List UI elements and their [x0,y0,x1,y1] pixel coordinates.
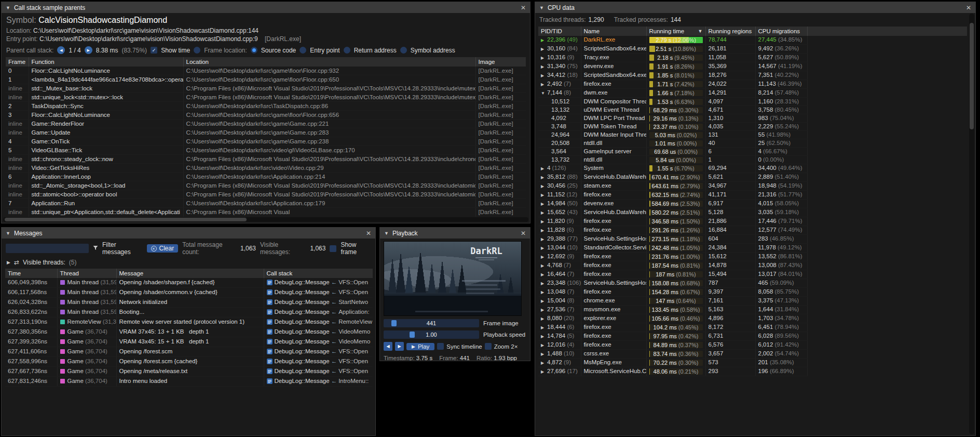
prev-frame-button[interactable]: ◀ [384,342,392,351]
scrollbar-thumb[interactable] [970,23,974,129]
cpu-row[interactable]: ▶12,692 (9) firefox.exe 231.76 ms(1.00%)… [538,253,967,261]
cpu-row[interactable]: ▶13,048 (7) firefox.exe 154.28 ms(0.67%)… [538,288,967,297]
collapse-icon[interactable]: ▼ [6,5,10,10]
expand-icon[interactable]: ▶ [541,209,547,217]
message-row[interactable]: 627,667,736ns Game (36,704) Opening /met… [5,367,373,377]
expand-icon[interactable]: ▶ [541,244,547,252]
radio-entry-point[interactable] [300,47,306,54]
collapse-icon[interactable]: ▼ [384,231,389,236]
expand-icon[interactable]: ▶ [541,191,547,199]
callstack-row[interactable]: inline std::_Mutex_base::lock C:\Program… [6,84,526,93]
prev-stack-button[interactable]: ◀ [57,46,65,54]
expand-icon[interactable]: ▶ [541,235,547,243]
cpu-row[interactable]: ▼7,144 (8) dwm.exe 1.66 s(7.18%) 14,291 … [538,89,967,98]
callstack-cell[interactable]: DebugLog::Message←Application: [264,308,373,317]
expand-icon[interactable]: ▶ [541,280,547,287]
expand-icon[interactable]: ▶ [541,182,547,190]
callstack-cell[interactable]: DebugLog::Message←StartNetwo [264,298,373,308]
show-frame-checkbox[interactable] [330,245,336,252]
expand-icon[interactable]: ▶ [541,54,547,62]
cpu-row[interactable]: 20,508 ntdll.dll 1.01 ms(0.00%) 40 25 (6… [538,139,967,148]
cpu-row[interactable]: ▶2,492 (7) firefox.exe 1.71 s(7.42%) 24,… [538,80,967,89]
callstack-row[interactable]: inline Game::RenderFloor C:\Users\wolf\D… [6,120,526,128]
message-row[interactable]: 606,049,398ns Main thread (31,596) Openi… [5,278,373,288]
cpu-row[interactable]: 4,092 DWM LPC Port Thread 29.16 ms(0.13%… [538,114,967,123]
cpu-row[interactable]: ▶29,388 (77) ServiceHub.SettingsHost 273… [538,235,967,244]
column-header-running-time[interactable]: Running time▼ [646,27,705,36]
message-row[interactable]: 627,558,996ns Game (36,704) Opening /for… [5,357,373,367]
message-row[interactable]: 627,411,606ns Game (36,704) Opening /for… [5,347,373,357]
callstack-row[interactable]: 2 TaskDispatch::Sync C:\Users\wolf\Deskt… [6,102,526,111]
callstack-row[interactable]: 7 Application::Run C:\Users\wolf\Desktop… [6,199,526,208]
cpu-row[interactable]: ▶27,696 (17) Microsoft.ServiceHub.Co 48.… [538,367,967,376]
cpu-row[interactable]: 3,748 DWM Token Thread 23.37 ms(0.10%) 4… [538,123,967,131]
expand-icon[interactable]: ▶ [541,368,547,376]
expand-icon[interactable]: ▶ [541,306,547,314]
vertical-scrollbar[interactable] [969,14,974,434]
cpu-row[interactable]: ▶11,152 (12) firefox.exe 632.15 ms(2.74%… [538,191,967,200]
expand-icon[interactable]: ▶ [541,324,547,332]
callstack-cell[interactable]: DebugLog::Message←VFS::Open [264,288,373,298]
expand-icon[interactable]: ▶ [541,315,547,323]
callstack-row[interactable]: 1 <lambda_84a19dc444fae966ca174e83e708bd… [6,75,526,84]
close-icon[interactable]: ✕ [366,230,371,237]
cpu-row[interactable]: ▶13,044 (10) StandardCollector.Servic 24… [538,244,967,253]
callstack-row[interactable]: 6 Application::InnerLoop C:\Users\wolf\D… [6,173,526,181]
cpu-row[interactable]: ▶1,488 (10) csrss.exe 83.74 ms(0.36%) 3,… [538,350,967,359]
expand-icon[interactable]: ▶ [541,341,547,349]
callstack-cell[interactable]: DebugLog::Message←VideoMemo [264,327,373,337]
callstack-cell[interactable]: DebugLog::Message←IntroMenu:: [264,377,373,387]
message-row[interactable]: 626,833,622ns Main thread (31,596) Booti… [5,308,373,317]
cpu-row[interactable]: ▶22,396 (49) DarkRL.exe 2.79 s(12.06%) 7… [538,36,967,45]
sync-timeline-checkbox[interactable] [437,343,444,350]
cpu-row[interactable]: ▶10,316 (9) Tracy.exe 2.18 s(9.45%) 11,0… [538,54,967,62]
cpu-row[interactable]: ▶14,784 (5) firefox.exe 97.95 ms(0.42%) … [538,332,967,341]
expand-icon[interactable]: ▶ [541,253,547,261]
playback-speed-slider[interactable]: 1.00 [384,330,479,339]
radio-source-code-label[interactable]: Source code [261,47,296,54]
callstack-row[interactable]: inline std::atomic<bool>::operator bool … [6,190,526,199]
cpu-row[interactable]: 13,732 ntdll.dll 5.84 us(0.00%) 1 0 (0.0… [538,156,967,164]
callstack-cell[interactable]: DebugLog::Message←RemoteView [264,317,373,327]
cpu-row[interactable]: ▶30,456 (25) steam.exe 643.61 ms(2.79%) … [538,182,967,191]
play-button[interactable]: ▶ Play [406,343,434,350]
collapse-icon[interactable]: ▼ [6,231,10,236]
callstack-row[interactable]: 4 Game::OnTick C:\Users\wolf\Desktop\dar… [6,137,526,146]
close-icon[interactable]: ✕ [966,4,971,11]
next-frame-button[interactable]: ▶ [395,342,404,351]
cpu-row[interactable]: 3,564 GameInput server 69.68 us(0.00%) 6… [538,148,967,156]
callstack-cell[interactable]: DebugLog::Message←VFS::Open [264,367,373,377]
expand-icon[interactable]: ▶ [541,45,547,53]
expand-icon[interactable]: ▶ [541,174,547,181]
expand-icon[interactable]: ▶ [541,227,547,234]
show-time-checkbox[interactable]: ✓ [151,47,157,54]
callstack-row[interactable]: inline std::chrono::steady_clock::now C:… [6,155,526,164]
expand-icon[interactable]: ▶ [541,72,547,80]
callstack-cell[interactable]: DebugLog::Message←VideoMemo [264,337,373,347]
frame-image-slider[interactable]: 441 [384,319,479,327]
expand-icon[interactable]: ▶ [7,260,10,265]
radio-return-address[interactable] [344,47,350,54]
cpu-row[interactable]: ▶14,984 (50) devenv.exe 584.69 ms(2.53%)… [538,200,967,208]
cpu-row[interactable]: 10,512 DWM Compositor Thread 1.53 s(6.63… [538,98,967,106]
next-stack-button[interactable]: ▶ [85,46,92,54]
expand-icon[interactable]: ▶ [541,63,547,71]
cpu-row[interactable]: ▶31,340 (75) devenv.exe 1.91 s(8.26%) 35… [538,62,967,71]
collapse-icon[interactable]: ▼ [539,5,544,10]
expand-icon[interactable]: ▶ [541,359,547,367]
radio-return-address-label[interactable]: Return address [354,47,397,54]
callstack-cell[interactable]: DebugLog::Message←VFS::Open [264,347,373,357]
expand-icon[interactable]: ▶ [541,333,547,340]
message-row[interactable]: 606,117,568ns Main thread (31,596) Openi… [5,288,373,298]
expand-icon[interactable]: ▼ [541,89,547,97]
message-row[interactable]: 627,380,356ns Game (36,704) VRAM 37x45: … [5,327,373,337]
cpu-row[interactable]: ▶18,444 (6) firefox.exe 104.2 ms(0.45%) … [538,323,967,332]
cpu-row[interactable]: ▶23,348 (106) ServiceHub.SettingsHost 15… [538,279,967,288]
cpu-row[interactable]: ▶11,820 (9) firefox.exe 346.58 ms(1.50%)… [538,217,967,226]
cpu-row[interactable]: ▶4 (126) System 1.55 s(6.70%) 69,294 34,… [538,164,967,173]
expand-icon[interactable]: ▶ [541,288,547,296]
callstack-cell[interactable]: DebugLog::Message←VFS::Open [264,357,373,367]
cpu-row[interactable]: ▶11,828 (6) firefox.exe 291.26 ms(1.26%)… [538,226,967,235]
expand-icon[interactable]: ▶ [541,218,547,226]
callstack-row[interactable]: inline std::unique_lock<std::mutex>::loc… [6,93,526,102]
